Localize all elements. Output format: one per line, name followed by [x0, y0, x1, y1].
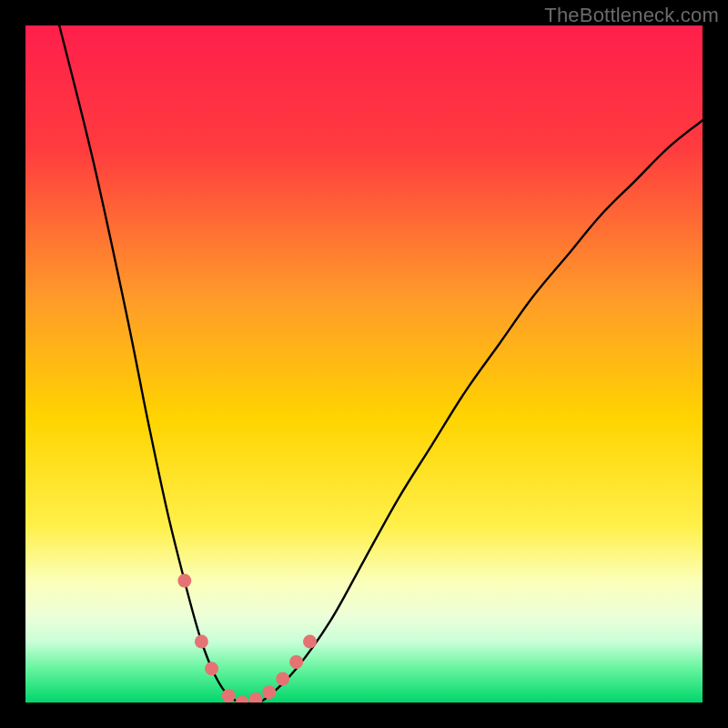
chart-frame: TheBottleneck.com: [0, 0, 728, 728]
curve-marker: [205, 662, 218, 675]
curve-marker: [222, 689, 236, 703]
bottleneck-curve: [25, 25, 703, 703]
curve-marker: [236, 696, 249, 703]
curve-marker: [276, 672, 289, 686]
curve-marker: [195, 635, 208, 649]
watermark-text: TheBottleneck.com: [544, 4, 719, 27]
curve-marker: [289, 655, 303, 669]
curve-marker: [177, 574, 191, 588]
curve-markers: [177, 574, 317, 703]
curve-marker: [262, 685, 276, 699]
plot-area: [25, 25, 703, 703]
curve-marker: [249, 693, 263, 703]
curve-marker: [303, 635, 317, 649]
